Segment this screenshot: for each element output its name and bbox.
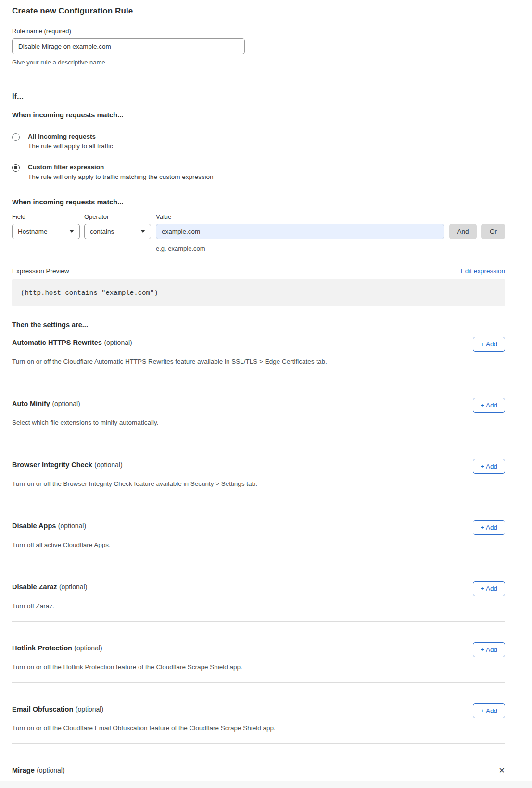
add-button[interactable]: + Add (473, 398, 505, 413)
optional-tag: (optional) (74, 644, 102, 652)
expression-builder-row: Field Hostname Operator contains Value A… (12, 213, 505, 239)
optional-tag: (optional) (37, 766, 64, 774)
close-icon[interactable]: ✕ (499, 767, 505, 775)
add-button[interactable]: + Add (473, 520, 505, 535)
setting-description: Turn on or off the Cloudflare Automatic … (12, 358, 406, 365)
value-label: Value (156, 213, 444, 220)
setting-name: Automatic HTTPS Rewrites (12, 339, 102, 346)
chevron-down-icon (69, 230, 74, 233)
setting-name: Browser Integrity Check (12, 461, 92, 469)
radio-option-custom-expression[interactable]: Custom filter expression The rule will o… (12, 164, 505, 180)
setting-name: Email Obfuscation (12, 705, 73, 713)
expression-preview-row: Expression Preview Edit expression (12, 267, 505, 275)
setting-description: Turn on or off the Cloudflare Email Obfu… (12, 724, 406, 732)
radio-option-all-requests[interactable]: All incoming requests The rule will appl… (12, 133, 505, 150)
match-type-heading: When incoming requests match... (12, 111, 505, 119)
add-button[interactable]: + Add (473, 581, 505, 596)
setting-description: Turn off Zaraz. (12, 602, 406, 610)
optional-tag: (optional) (94, 461, 122, 469)
setting-name: Hotlink Protection (12, 644, 72, 652)
field-select-value: Hostname (18, 228, 48, 235)
field-label: Field (12, 213, 80, 220)
or-button[interactable]: Or (481, 224, 505, 239)
rule-name-label: Rule name (required) (12, 27, 505, 35)
page-title: Create new Configuration Rule (12, 6, 505, 16)
setting-name: Disable Apps (12, 522, 56, 530)
setting-automatic-https-rewrites: Automatic HTTPS Rewrites (optional) + Ad… (12, 329, 505, 377)
radio-label: Custom filter expression (28, 164, 213, 171)
setting-name: Auto Minify (12, 400, 50, 407)
expression-preview-label: Expression Preview (12, 267, 69, 275)
add-button[interactable]: + Add (473, 642, 505, 657)
add-button[interactable]: + Add (473, 459, 505, 474)
optional-tag: (optional) (52, 400, 80, 407)
value-helper: e.g. example.com (156, 245, 505, 252)
radio-unselected-icon[interactable] (12, 133, 20, 141)
setting-disable-zaraz: Disable Zaraz (optional) + Add Turn off … (12, 560, 505, 622)
setting-description: Turn off all active Cloudflare Apps. (12, 541, 406, 548)
create-configuration-rule-page: Create new Configuration Rule Rule name … (0, 0, 532, 788)
operator-select-value: contains (90, 228, 114, 235)
optional-tag: (optional) (76, 705, 103, 713)
edit-expression-link[interactable]: Edit expression (461, 267, 505, 275)
radio-description: The rule will only apply to traffic matc… (28, 173, 213, 180)
setting-disable-apps: Disable Apps (optional) + Add Turn off a… (12, 499, 505, 560)
radio-label: All incoming requests (28, 133, 113, 140)
optional-tag: (optional) (59, 583, 87, 591)
setting-description: Turn on or off the Hotlink Protection fe… (12, 663, 406, 671)
setting-browser-integrity-check: Browser Integrity Check (optional) + Add… (12, 438, 505, 499)
operator-select[interactable]: contains (84, 224, 151, 239)
optional-tag: (optional) (104, 339, 132, 346)
field-select[interactable]: Hostname (12, 224, 80, 239)
setting-hotlink-protection: Hotlink Protection (optional) + Add Turn… (12, 622, 505, 683)
setting-email-obfuscation: Email Obfuscation (optional) + Add Turn … (12, 683, 505, 744)
setting-description: Turn on or off the Browser Integrity Che… (12, 480, 406, 487)
setting-name: Disable Zaraz (12, 583, 57, 591)
optional-tag: (optional) (58, 522, 86, 530)
settings-heading: Then the settings are... (12, 321, 505, 329)
setting-auto-minify: Auto Minify (optional) + Add Select whic… (12, 377, 505, 438)
rule-name-group: Rule name (required) Give your rule a de… (12, 27, 505, 66)
chevron-down-icon (140, 230, 145, 233)
rule-name-helper: Give your rule a descriptive name. (12, 59, 505, 66)
expression-preview-code: (http.host contains "example.com") (12, 279, 505, 306)
if-heading: If... (12, 92, 505, 101)
add-button[interactable]: + Add (473, 337, 505, 352)
footer-strip (0, 781, 532, 788)
radio-description: The rule will apply to all traffic (28, 142, 113, 150)
radio-selected-icon[interactable] (12, 164, 20, 172)
setting-description: Select which file extensions to minify a… (12, 419, 406, 426)
divider (12, 79, 505, 79)
and-button[interactable]: And (449, 224, 477, 239)
add-button[interactable]: + Add (473, 703, 505, 718)
rule-name-input[interactable] (12, 38, 245, 54)
setting-name: Mirage (12, 766, 35, 774)
operator-label: Operator (84, 213, 151, 220)
value-input[interactable] (156, 224, 444, 239)
expression-builder-heading: When incoming requests match... (12, 198, 505, 206)
